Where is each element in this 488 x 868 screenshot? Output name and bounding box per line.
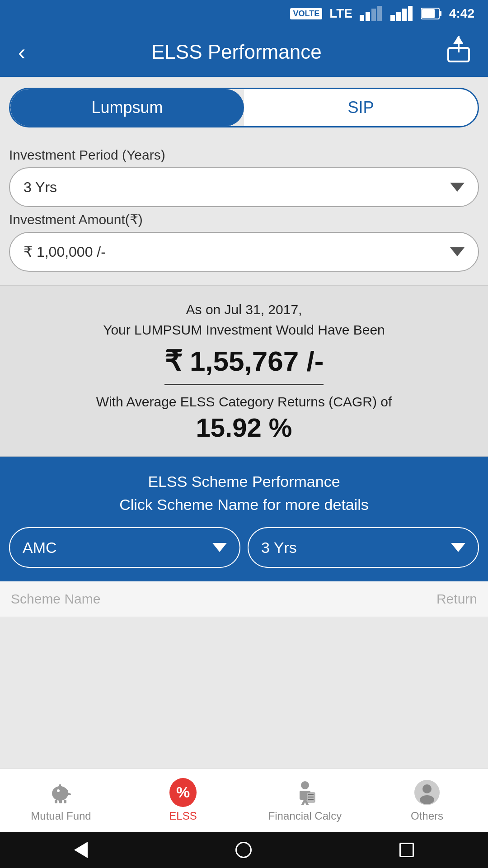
lte-label: LTE	[329, 6, 352, 21]
battery-icon	[421, 7, 442, 20]
svg-line-21	[67, 793, 70, 794]
svg-rect-1	[366, 12, 370, 21]
volte-badge: VOLTE	[290, 8, 322, 19]
elss-percent-circle: %	[169, 778, 197, 807]
investment-amount-label: Investment Amount(₹)	[9, 212, 479, 227]
nav-label-others: Others	[411, 810, 443, 822]
table-header: Scheme Name Return	[0, 581, 488, 617]
amc-label: AMC	[23, 539, 57, 557]
result-line2: Your LUMPSUM Investment Would Have Been	[9, 320, 479, 340]
status-bar: VOLTE LTE 4:42	[0, 0, 488, 27]
svg-rect-3	[377, 6, 382, 21]
scheme-header: ELSS Scheme Performance Click Scheme Nam…	[9, 470, 479, 516]
android-recents-button[interactable]	[399, 843, 414, 857]
tab-lumpsum[interactable]: Lumpsum	[10, 89, 244, 126]
android-nav	[0, 832, 488, 868]
result-amount: ₹ 1,55,767 /-	[164, 344, 324, 385]
svg-rect-7	[408, 6, 413, 21]
period-arrow	[451, 543, 465, 552]
investment-amount-value: ₹ 1,00,000 /-	[23, 243, 106, 260]
svg-rect-10	[422, 9, 435, 18]
svg-rect-17	[64, 800, 66, 803]
time-display: 4:42	[449, 6, 474, 21]
period-label: 3 Yrs	[261, 539, 297, 557]
svg-rect-18	[55, 800, 57, 803]
result-line1: As on Jul 31, 2017,	[9, 299, 479, 320]
financial-calcy-icon	[291, 779, 319, 806]
result-cagr-text: With Average ELSS Category Returns (CAGR…	[9, 394, 479, 410]
result-section: As on Jul 31, 2017, Your LUMPSUM Investm…	[0, 285, 488, 457]
nav-item-others[interactable]: Others	[366, 769, 488, 832]
nav-item-financial-calcy[interactable]: Financial Calcy	[244, 769, 366, 832]
nav-label-elss: ELSS	[169, 810, 197, 822]
scheme-section: ELSS Scheme Performance Click Scheme Nam…	[0, 457, 488, 581]
investment-amount-arrow	[450, 247, 465, 256]
android-back-button[interactable]	[74, 842, 88, 858]
investment-period-dropdown[interactable]: 3 Yrs	[9, 167, 479, 207]
nav-item-mutual-fund[interactable]: Mutual Fund	[0, 769, 122, 832]
table-col-scheme: Scheme Name	[11, 591, 100, 607]
tab-toggle: Lumpsum SIP	[9, 88, 479, 127]
scheme-dropdowns: AMC 3 Yrs	[9, 527, 479, 568]
svg-point-32	[420, 795, 434, 804]
bottom-nav: Mutual Fund % ELSS Financial Calcy	[0, 769, 488, 832]
svg-rect-6	[402, 9, 407, 21]
result-cagr-value: 15.92 %	[9, 412, 479, 443]
svg-point-31	[422, 784, 432, 793]
svg-rect-4	[390, 15, 395, 21]
investment-amount-dropdown[interactable]: ₹ 1,00,000 /-	[9, 232, 479, 272]
svg-rect-0	[360, 15, 364, 21]
amc-arrow	[212, 543, 227, 552]
investment-period-label: Investment Period (Years)	[9, 147, 479, 163]
android-home-button[interactable]	[235, 842, 252, 858]
others-icon	[413, 779, 441, 806]
svg-rect-5	[396, 12, 401, 21]
svg-rect-20	[59, 784, 61, 787]
elss-icon: %	[169, 779, 197, 806]
tab-sip[interactable]: SIP	[244, 89, 478, 126]
header: ‹ ELSS Performance	[0, 27, 488, 77]
signal-icon	[360, 6, 383, 21]
page-title: ELSS Performance	[26, 41, 447, 63]
investment-period-value: 3 Yrs	[23, 179, 57, 196]
tab-toggle-container: Lumpsum SIP	[0, 77, 488, 138]
share-button[interactable]	[447, 36, 470, 68]
svg-rect-2	[371, 9, 376, 21]
mutual-fund-icon	[47, 779, 75, 806]
nav-label-financial-calcy: Financial Calcy	[268, 810, 342, 822]
svg-point-15	[57, 789, 60, 792]
signal-icon-2	[390, 6, 414, 21]
svg-rect-9	[439, 11, 441, 16]
period-dropdown[interactable]: 3 Yrs	[248, 527, 479, 568]
nav-label-mutual-fund: Mutual Fund	[31, 810, 91, 822]
table-col-return: Return	[436, 591, 477, 607]
investment-period-arrow	[450, 183, 465, 192]
svg-point-22	[301, 781, 309, 789]
amc-dropdown[interactable]: AMC	[9, 527, 240, 568]
nav-item-elss[interactable]: % ELSS	[122, 769, 244, 832]
back-button[interactable]: ‹	[18, 41, 26, 63]
form-section: Investment Period (Years) 3 Yrs Investme…	[0, 138, 488, 285]
svg-rect-16	[59, 800, 62, 803]
